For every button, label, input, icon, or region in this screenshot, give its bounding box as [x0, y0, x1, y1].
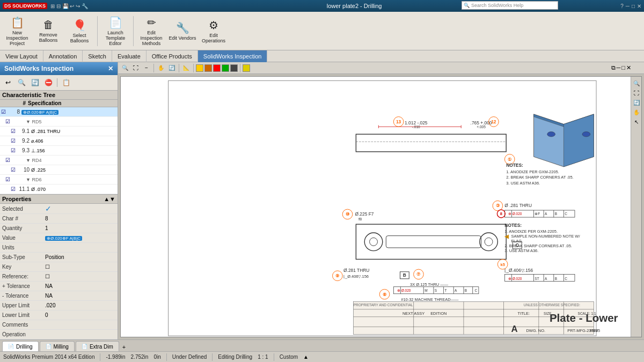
panel-close-icon[interactable]: ✕ — [108, 65, 113, 72]
close-btn[interactable]: ✕ — [637, 3, 641, 9]
prop-upper-label: Upper Limit — [2, 302, 45, 308]
prop-val-label: Value — [2, 235, 45, 241]
prop-subtype-label: Sub-Type — [2, 254, 45, 260]
tab-annotation[interactable]: Annotation — [43, 50, 83, 62]
dt-fit[interactable]: ⛶ — [131, 63, 141, 73]
tree-row-10[interactable]: ☑ 10 Ø .225 — [0, 165, 118, 175]
svg-point-22 — [547, 132, 555, 137]
toolbar: 📋 New Inspection Project 🗑 Remove Balloo… — [0, 12, 644, 50]
side-pan-icon[interactable]: ✋ — [632, 108, 641, 116]
tab-view-layout[interactable]: View Layout — [0, 50, 43, 62]
tree-check-8: ☑ — [1, 109, 9, 115]
dt-pan[interactable]: ✋ — [156, 63, 166, 73]
side-zoom-icon[interactable]: 🔍 — [632, 79, 641, 87]
edit-inspection-btn[interactable]: ✏ Edit Inspection Methods — [136, 14, 166, 48]
tab-drilling[interactable]: 📄 Drilling — [2, 341, 39, 351]
svg-text:SIZE: SIZE — [544, 312, 552, 315]
drilling-tab-label: Drilling — [16, 344, 33, 350]
prop-ref-check[interactable]: ☐ — [45, 274, 53, 279]
tree-col-num: # — [13, 100, 26, 106]
tree-row-rd4[interactable]: ☑ ▼ RD4 — [0, 156, 118, 165]
tree-row-9-2[interactable]: ☑ 9.2 ⌀.406 — [0, 136, 118, 146]
search-placeholder: Search SolidWorks Help — [471, 3, 523, 8]
tab-sketch[interactable]: Sketch — [83, 50, 112, 62]
panel-tool-stop[interactable]: ⛔ — [42, 77, 54, 88]
svg-text:Ø .281 THRU: Ø .281 THRU — [504, 203, 532, 208]
dt-color-orange[interactable] — [204, 64, 212, 72]
prop-key-check[interactable]: ☐ — [45, 264, 53, 270]
side-icons: 🔍 ⛶ 🔄 ✋ ↖ — [631, 77, 641, 337]
tab-extra-dim[interactable]: 📄 Extra Dim — [76, 341, 119, 351]
tree-row-9-3[interactable]: ☑ 9.3 ⊥.156 — [0, 146, 118, 156]
svg-text:①: ① — [508, 157, 511, 162]
toolbar-divider-2 — [133, 16, 134, 46]
coord-z: 0in — [153, 354, 160, 360]
tree-check-9-1: ☑ — [11, 128, 18, 134]
minimize-btn[interactable]: ─ — [626, 3, 630, 9]
panel-tool-extra[interactable]: 📋 — [60, 77, 72, 88]
svg-text:UNLESS OTHERWISE SPECIFIED:: UNLESS OTHERWISE SPECIFIED: — [524, 303, 580, 307]
tree-num-9-2: 9.2 — [18, 138, 31, 144]
tree-row-8[interactable]: ☑ 8 ⊕Ø.020⊗F A|B|C — [0, 107, 118, 117]
remove-balloons-btn[interactable]: 🗑 Remove Balloons — [33, 14, 63, 48]
edit-operations-btn[interactable]: ⚙ Edit Operations — [199, 14, 229, 48]
help-icon[interactable]: ? — [620, 3, 624, 9]
dt-zoom-in[interactable]: 🔍 — [120, 63, 130, 73]
tab-milling[interactable]: 📄 Milling — [40, 341, 75, 351]
prop-ref-row: Reference: ☐ — [0, 272, 118, 282]
svg-text:PROPRIETARY AND CONFIDENTIAL: PROPRIETARY AND CONFIDENTIAL — [354, 303, 413, 307]
tree-container[interactable]: ☑ 8 ⊕Ø.020⊗F A|B|C ☑ ▼ RD5 ☑ 9.1 Ø .281 … — [0, 107, 118, 194]
tab-office-products[interactable]: Office Products — [147, 50, 198, 62]
dt-restore-btn[interactable]: ⧉ — [611, 64, 616, 71]
dt-max-btn[interactable]: □ — [621, 64, 625, 71]
dt-close-btn[interactable]: ✕ — [626, 64, 631, 71]
tree-row-11-1[interactable]: ☑ 11.1 Ø .070 — [0, 184, 118, 194]
tree-row-9-1[interactable]: ☑ 9.1 Ø .281 THRU — [0, 127, 118, 136]
status-div2 — [166, 353, 167, 361]
status-expand-btn[interactable]: ▲ — [303, 354, 309, 360]
dt-color-dark[interactable] — [230, 64, 238, 72]
maximize-btn[interactable]: □ — [632, 3, 635, 9]
dt-rotate[interactable]: 🔄 — [167, 63, 177, 73]
tab-add-btn[interactable]: + — [122, 343, 131, 351]
dt-color-yellow[interactable] — [196, 64, 203, 72]
dt-div3 — [193, 64, 194, 72]
drawing-area[interactable]: 1.012 -.025 -.010 13 .765 +.000 +.005 12… — [120, 76, 642, 337]
prop-subtype-value: Position — [45, 254, 115, 260]
tree-check-9-2: ☑ — [11, 138, 18, 144]
search-bar[interactable]: 🔍 Search SolidWorks Help — [462, 1, 558, 10]
tree-row-rd5[interactable]: ☑ ▼ RD5 — [0, 117, 118, 127]
svg-text:EDITION
        APPLICATION
  : EDITION APPLICATION DO NOT SCALE DRAWING… — [430, 311, 447, 316]
panel-tool-refresh[interactable]: 🔄 — [29, 77, 41, 88]
dt-color-2[interactable] — [243, 64, 250, 72]
drawing-svg: 1.012 -.025 -.010 13 .765 +.000 +.005 12… — [121, 77, 641, 337]
new-inspection-btn[interactable]: 📋 New Inspection Project — [2, 14, 32, 48]
extra-dim-tab-label: Extra Dim — [90, 344, 113, 350]
launch-template-btn[interactable]: 📄 Launch Template Editor — [100, 14, 130, 48]
dt-color-green[interactable] — [222, 64, 229, 72]
dt-min-btn[interactable]: ─ — [617, 64, 621, 71]
dt-color-red[interactable] — [213, 64, 221, 72]
dt-measure[interactable]: 📐 — [181, 63, 191, 73]
tab-evaluate[interactable]: Evaluate — [112, 50, 147, 62]
dt-zoom-out[interactable]: − — [142, 63, 151, 73]
panel-tool-undo[interactable]: ↩ — [2, 77, 14, 88]
remove-balloons-icon: 🗑 — [43, 19, 54, 31]
side-fit-icon[interactable]: ⛶ — [632, 88, 641, 97]
side-rotate-icon[interactable]: 🔄 — [632, 98, 641, 107]
tab-solidworks-inspection[interactable]: SolidWorks Inspection — [198, 50, 268, 62]
prop-units-label: Units — [2, 245, 45, 250]
panel-tool-search[interactable]: 🔍 — [16, 77, 27, 88]
select-balloons-btn[interactable]: 🎈 Select Balloons — [64, 14, 94, 48]
title-bar-controls: ⊞ ⊟ 💾 ↩ ↪ 🔧 — [50, 3, 88, 9]
edit-vendors-icon: 🔧 — [176, 21, 189, 34]
tree-check-10: ☑ — [11, 167, 18, 173]
side-select-icon[interactable]: ↖ — [632, 117, 641, 126]
svg-text:3X Ø.125 THRU ——: 3X Ø.125 THRU —— — [410, 282, 449, 287]
dt-color-tools — [196, 64, 238, 72]
svg-text:2.   BREAK SHARP CORNERS AT .0: 2. BREAK SHARP CORNERS AT .05. — [506, 175, 574, 180]
tree-num-9-3: 9.3 — [18, 147, 31, 153]
edit-vendors-btn[interactable]: 🔧 Edit Vendors — [167, 14, 197, 48]
remove-balloons-label: Remove Balloons — [34, 32, 62, 43]
tree-row-rd6[interactable]: ☑ ▼ RD6 — [0, 175, 118, 184]
